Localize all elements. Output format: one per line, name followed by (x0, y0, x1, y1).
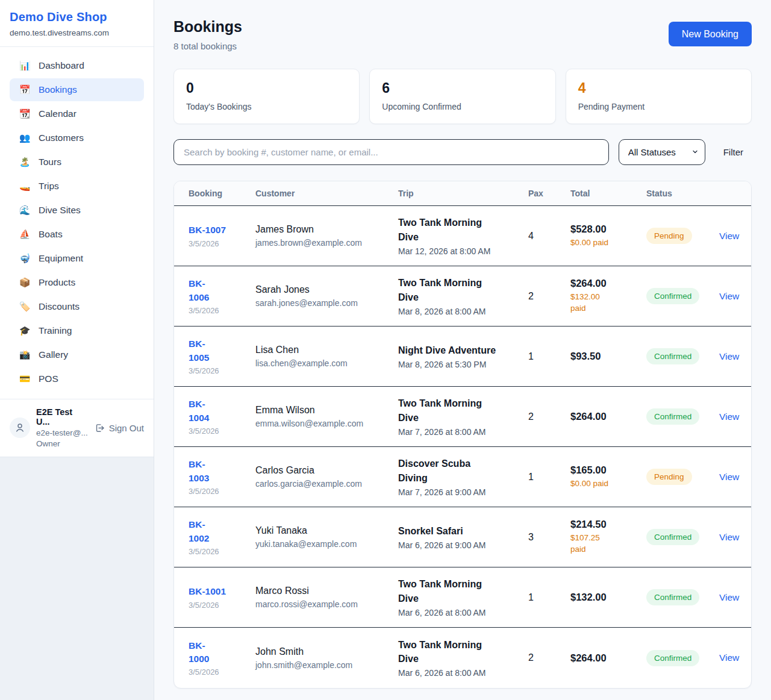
sidebar-item-tours[interactable]: 🏝️Tours (10, 151, 144, 173)
status-badge: Confirmed (646, 529, 699, 545)
trip-time: Mar 8, 2026 at 5:30 PM (398, 360, 528, 369)
customer-cell: Marco Rossimarco.rossi@example.com (255, 586, 398, 609)
actions-cell: View (719, 472, 739, 483)
status-cell: Confirmed (646, 650, 719, 666)
sidebar-item-trips[interactable]: 🚤Trips (10, 175, 144, 198)
trip-time: Mar 6, 2026 at 8:00 AM (398, 668, 528, 678)
controls-row: All Statuses Filter (173, 139, 752, 165)
sidebar-item-customers[interactable]: 👥Customers (10, 127, 144, 149)
table-row: BK-10013/5/2026Marco Rossimarco.rossi@ex… (174, 567, 751, 628)
sidebar-item-discounts[interactable]: 🏷️Discounts (10, 295, 144, 318)
amount-paid: $132.00paid (570, 292, 616, 314)
sign-out-label: Sign Out (109, 423, 144, 433)
booking-date: 3/5/2026 (189, 547, 255, 556)
sidebar-item-gallery[interactable]: 📸Gallery (10, 343, 144, 366)
sidebar-item-training[interactable]: 🎓Training (10, 319, 144, 342)
status-filter-select[interactable]: All Statuses (619, 139, 705, 165)
booking-cell: BK-10003/5/2026 (189, 639, 255, 677)
sidebar-item-dive-sites[interactable]: 🌊Dive Sites (10, 199, 144, 222)
table-row: BK-10033/5/2026Carlos Garciacarlos.garci… (174, 447, 751, 507)
page-subtitle: 8 total bookings (173, 41, 242, 51)
view-link[interactable]: View (719, 472, 739, 482)
booking-cell: BK-10033/5/2026 (189, 458, 255, 496)
sidebar-item-bookings[interactable]: 📅Bookings (10, 78, 144, 101)
filter-button[interactable]: Filter (715, 147, 752, 157)
stat-label: Pending Payment (578, 102, 739, 111)
sidebar-item-label: Dashboard (39, 60, 84, 71)
table-row: BK-10023/5/2026Yuki Tanakayuki.tanaka@ex… (174, 507, 751, 567)
sidebar-item-boats[interactable]: ⛵Boats (10, 223, 144, 246)
status-cell: Pending (646, 469, 719, 485)
customer-email: lisa.chen@example.com (255, 358, 398, 368)
booking-cell: BK-10053/5/2026 (189, 337, 255, 375)
booking-link[interactable]: BK-1004 (189, 398, 209, 425)
view-link[interactable]: View (719, 351, 739, 361)
tag-icon: 🏷️ (19, 301, 31, 312)
stat-value: 0 (186, 80, 347, 96)
trip-cell: Two Tank Morning DiveMar 6, 2026 at 8:00… (398, 577, 528, 617)
bookings-table: BookingCustomerTripPaxTotalStatus BK-100… (173, 181, 752, 689)
column-header: Customer (255, 189, 398, 198)
table-header: BookingCustomerTripPaxTotalStatus (174, 181, 751, 206)
pax-cell: 2 (528, 411, 570, 422)
booking-link[interactable]: BK-1003 (189, 458, 209, 485)
view-link[interactable]: View (719, 532, 739, 542)
stat-card: 4Pending Payment (566, 69, 752, 124)
package-icon: 📦 (19, 277, 31, 288)
trip-name: Two Tank Morning Dive (398, 577, 499, 605)
customer-name: Carlos Garcia (255, 465, 398, 476)
status-badge: Confirmed (646, 650, 699, 666)
booking-link[interactable]: BK-1005 (189, 337, 209, 364)
booking-link[interactable]: BK-1000 (189, 639, 209, 666)
status-filter-wrap: All Statuses (619, 139, 705, 165)
status-badge: Confirmed (646, 589, 699, 605)
sidebar-item-label: Trips (39, 181, 59, 192)
customer-cell: Sarah Jonessarah.jones@example.com (255, 284, 398, 308)
sidebar-item-label: Calendar (39, 108, 76, 119)
view-link[interactable]: View (719, 592, 739, 602)
booking-cell: BK-10013/5/2026 (189, 585, 255, 609)
customer-email: john.smith@example.com (255, 660, 398, 670)
customer-name: Yuki Tanaka (255, 525, 398, 536)
trip-name: Night Dive Adventure (398, 343, 499, 357)
booking-link[interactable]: BK-1006 (189, 277, 209, 304)
booking-date: 3/5/2026 (189, 427, 255, 436)
booking-link[interactable]: BK-1007 (189, 223, 226, 237)
pax-cell: 1 (528, 472, 570, 483)
view-link[interactable]: View (719, 231, 739, 241)
diving-mask-icon: 🤿 (19, 253, 31, 264)
sidebar-item-label: Customers (39, 133, 84, 143)
booking-cell: BK-10073/5/2026 (189, 223, 255, 248)
total-cell: $93.50 (570, 351, 646, 362)
sidebar-item-pos[interactable]: 💳POS (10, 367, 144, 390)
search-input[interactable] (173, 139, 609, 165)
sidebar-item-products[interactable]: 📦Products (10, 271, 144, 294)
graduation-cap-icon: 🎓 (19, 325, 31, 336)
booking-date: 3/5/2026 (189, 306, 255, 315)
sign-out-button[interactable]: Sign Out (95, 423, 144, 433)
pax-cell: 4 (528, 231, 570, 242)
total-cell: $264.00 (570, 652, 646, 664)
status-badge: Confirmed (646, 348, 699, 364)
sidebar-item-label: Tours (39, 157, 61, 167)
sidebar-item-equipment[interactable]: 🤿Equipment (10, 247, 144, 270)
pax-cell: 1 (528, 351, 570, 362)
new-booking-button[interactable]: New Booking (669, 22, 752, 46)
view-link[interactable]: View (719, 411, 739, 422)
trip-name: Two Tank Morning Dive (398, 396, 499, 424)
stat-value: 6 (382, 80, 543, 96)
customer-cell: Yuki Tanakayuki.tanaka@example.com (255, 525, 398, 549)
trip-time: Mar 8, 2026 at 8:00 AM (398, 307, 528, 316)
island-icon: 🏝️ (19, 157, 31, 167)
trip-time: Mar 7, 2026 at 8:00 AM (398, 427, 528, 437)
sidebar-item-calendar[interactable]: 📆Calendar (10, 102, 144, 125)
view-link[interactable]: View (719, 652, 739, 663)
customer-email: yuki.tanaka@example.com (255, 539, 398, 549)
logout-icon (95, 423, 105, 433)
stat-label: Upcoming Confirmed (382, 102, 543, 111)
booking-link[interactable]: BK-1001 (189, 585, 226, 598)
booking-link[interactable]: BK-1002 (189, 518, 209, 545)
view-link[interactable]: View (719, 291, 739, 301)
sidebar-item-dashboard[interactable]: 📊Dashboard (10, 54, 144, 77)
column-header: Total (570, 189, 646, 198)
